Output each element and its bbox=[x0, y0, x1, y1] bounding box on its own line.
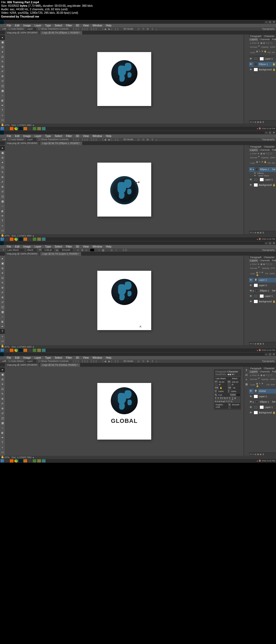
app-icon[interactable] bbox=[28, 459, 32, 463]
text-style-buttons[interactable]: T T TT Tt T' T, T T bbox=[215, 397, 240, 400]
layer-background[interactable]: 👁Background🔒 bbox=[249, 182, 276, 188]
menu-3d[interactable]: 3D bbox=[76, 356, 79, 359]
layer-ellipse[interactable]: 👁▸Ellipse 1fx▾ bbox=[249, 399, 276, 405]
type-tool[interactable]: T bbox=[0, 218, 5, 223]
path-tool[interactable]: ▹ bbox=[0, 334, 5, 339]
tray[interactable]: ▴ 🔇 ENG 8:16 PM bbox=[257, 127, 275, 130]
tab-logo[interactable]: Logo @ 66.7% (Ellipse 1, RGB/8) * bbox=[40, 31, 82, 35]
character-panel[interactable]: Paragraph Character Swatches ◀◀ ▾≡ Lato … bbox=[214, 369, 241, 410]
chrome-icon[interactable] bbox=[14, 127, 18, 130]
auto-select-dropdown[interactable]: Layer bbox=[26, 138, 36, 141]
collapsed-panels[interactable]: ¶AI≡▦ bbox=[244, 367, 249, 456]
path-tool[interactable]: ▹ bbox=[0, 445, 5, 450]
menu-edit[interactable]: Edit bbox=[15, 24, 19, 27]
brush-tool[interactable]: ✐ bbox=[0, 401, 5, 406]
hscale-input[interactable]: 100% bbox=[230, 390, 240, 393]
app-icon[interactable] bbox=[42, 459, 46, 463]
layers-footer[interactable]: ⊕ fx ◐ ◼ ▣ 🗑 bbox=[249, 231, 276, 234]
menu-edit[interactable]: Edit bbox=[15, 135, 19, 138]
menu-view[interactable]: View bbox=[83, 245, 89, 248]
align-icons[interactable]: ▯▯▯ ▯▯▯ ▯▯▯ |◀ ▶| ▯▯ bbox=[73, 360, 119, 363]
paths-tab[interactable]: Paths bbox=[271, 148, 276, 152]
app-icon[interactable] bbox=[42, 238, 46, 241]
menu-type[interactable]: Type bbox=[45, 135, 51, 138]
character-styles-tab[interactable]: Character Styles bbox=[263, 145, 276, 148]
workspace-dropdown[interactable]: Typography bbox=[262, 138, 275, 141]
canvas[interactable]: ▸✥ bbox=[5, 145, 244, 234]
history-brush-tool[interactable]: ↺ bbox=[0, 300, 5, 305]
blur-tool[interactable]: ○ bbox=[0, 314, 5, 319]
paragraph-tab[interactable]: Paragraph bbox=[215, 370, 227, 373]
visibility-icon[interactable]: 👁 bbox=[250, 168, 253, 171]
shape-tool[interactable]: ▭ bbox=[0, 118, 5, 122]
start-button[interactable] bbox=[1, 127, 4, 130]
title-bar[interactable]: —▢✕ bbox=[0, 352, 276, 356]
photoshop-icon[interactable] bbox=[19, 349, 23, 352]
effects-label[interactable]: 👁 Effects bbox=[249, 172, 276, 174]
font-style-input[interactable]: Black bbox=[231, 377, 240, 380]
firefox-icon[interactable] bbox=[10, 238, 13, 241]
align-icons[interactable]: ▯▯▯ ▯▯▯ ▯▯▯ |◀ ▶| ▯▯ bbox=[73, 138, 119, 141]
menu-select[interactable]: Select bbox=[55, 135, 62, 138]
collapsed-panels[interactable] bbox=[244, 35, 249, 124]
type-tool[interactable]: T bbox=[0, 108, 5, 113]
layers-footer[interactable]: ⊕ fx ◐ ◼ ▣ 🗑 bbox=[249, 120, 276, 124]
layers-tab[interactable]: Layers bbox=[249, 370, 258, 373]
crop-tool[interactable]: ⊡ bbox=[0, 387, 5, 392]
wand-tool[interactable]: ✦ bbox=[0, 160, 5, 165]
hand-tool[interactable]: ✋ bbox=[0, 344, 5, 348]
visibility-icon[interactable]: 👁 bbox=[250, 63, 253, 66]
path-tool[interactable]: ▹ bbox=[0, 223, 5, 228]
menu-type[interactable]: Type bbox=[45, 356, 51, 359]
chrome-icon[interactable] bbox=[14, 349, 18, 352]
app-icon[interactable] bbox=[33, 349, 36, 352]
menu-window[interactable]: Window bbox=[92, 356, 102, 359]
canvas[interactable] bbox=[5, 35, 244, 124]
app-icon[interactable] bbox=[33, 127, 36, 130]
menu-file[interactable]: File bbox=[7, 245, 11, 248]
type-tool[interactable]: T bbox=[0, 329, 5, 334]
canvas[interactable]: GLOBAL Paragraph Character Swatches ◀◀ ▾… bbox=[5, 367, 244, 456]
visibility-icon[interactable]: 👁 bbox=[250, 178, 253, 181]
menu-help[interactable]: Help bbox=[106, 245, 112, 248]
paths-tab[interactable]: Paths bbox=[271, 370, 276, 373]
explorer-icon[interactable] bbox=[5, 349, 9, 352]
layer-layer1[interactable]: 👁Layer 1 bbox=[249, 56, 276, 61]
menu-view[interactable]: View bbox=[83, 24, 89, 27]
3d-icons[interactable]: ⊙ ⟲ ✥ ⇕ ⌂ bbox=[137, 360, 158, 363]
eyedropper-tool[interactable]: ✎ bbox=[0, 280, 5, 285]
tray[interactable]: ▴ 🔇 ENG 8:16 PM bbox=[257, 349, 275, 351]
maximize-button[interactable]: ▢ bbox=[268, 353, 272, 356]
move-tool[interactable]: ▸ bbox=[0, 146, 5, 150]
history-brush-tool[interactable]: ↺ bbox=[0, 189, 5, 194]
taskbar[interactable]: ▴ 🔇 ENG 8:16 PM bbox=[0, 127, 276, 131]
wand-tool[interactable]: ✦ bbox=[0, 271, 5, 276]
tray[interactable]: ▴ 🔇 ENG 8:16 PM bbox=[257, 238, 275, 240]
dodge-tool[interactable]: ◐ bbox=[0, 430, 5, 435]
layers-footer[interactable]: ⊕ fx ◐ ◼ ▣ 🗑 bbox=[249, 342, 276, 345]
visibility-icon[interactable]: 👁 bbox=[250, 279, 253, 281]
wand-tool[interactable]: ✦ bbox=[0, 382, 5, 387]
menu-help[interactable]: Help bbox=[106, 135, 112, 138]
app-icon[interactable] bbox=[33, 238, 36, 241]
channels-tab[interactable]: Channels bbox=[258, 370, 271, 373]
chrome-icon[interactable] bbox=[14, 238, 18, 241]
minimize-button[interactable]: — bbox=[265, 131, 268, 134]
app-icon[interactable] bbox=[33, 459, 36, 463]
inner-glow-effect[interactable]: 👁 Inner Glow bbox=[249, 174, 276, 177]
menu-window[interactable]: Window bbox=[92, 135, 102, 138]
eyedropper-tool[interactable]: ✎ bbox=[0, 59, 5, 64]
menu-filter[interactable]: Filter bbox=[66, 245, 72, 248]
app-icon[interactable] bbox=[42, 349, 46, 352]
paragraph-styles-tab[interactable]: Paragraph Styles bbox=[249, 35, 263, 38]
layers-tab[interactable]: Layers bbox=[249, 259, 258, 262]
gradient-tool[interactable]: ▦ bbox=[0, 88, 5, 93]
eyedropper-tool[interactable]: ✎ bbox=[0, 170, 5, 175]
menu-3d[interactable]: 3D bbox=[76, 135, 79, 138]
close-button[interactable]: ✕ bbox=[272, 131, 275, 134]
3d-icons[interactable]: ⊙ ⟲ ✥ ⇕ ⌂ bbox=[137, 138, 158, 141]
layer-ellipse[interactable]: 👁▸Ellipse 1fx▾ bbox=[249, 288, 276, 293]
visibility-icon[interactable]: 👁 bbox=[250, 68, 253, 71]
explorer-icon[interactable] bbox=[5, 127, 9, 130]
app-icon[interactable] bbox=[28, 127, 32, 130]
